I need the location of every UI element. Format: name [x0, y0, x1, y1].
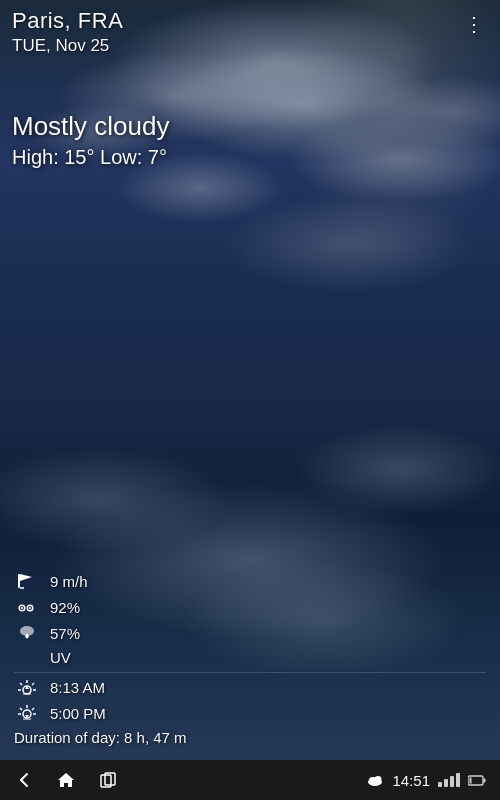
top-bar: Paris, FRA TUE, Nov 25 ⋮ — [0, 0, 500, 56]
status-right: 14:51 — [366, 772, 486, 789]
location-info: Paris, FRA TUE, Nov 25 — [12, 8, 123, 56]
svg-point-30 — [375, 776, 382, 782]
weather-description: Mostly cloudy High: 15° Low: 7° — [0, 56, 500, 169]
svg-line-13 — [32, 683, 34, 685]
svg-marker-1 — [20, 574, 32, 581]
sunset-icon — [14, 703, 40, 723]
sunrise-row: 8:13 AM — [14, 677, 486, 697]
day-duration-value: Duration of day: 8 h, 47 m — [14, 729, 187, 746]
humidity-value: 92% — [50, 599, 80, 616]
menu-icon[interactable]: ⋮ — [460, 8, 488, 40]
precipitation-value: 57% — [50, 625, 80, 642]
uv-value: UV — [50, 649, 71, 666]
separator — [14, 672, 486, 673]
humidity-icon — [14, 597, 40, 617]
back-button[interactable] — [14, 770, 34, 790]
day-duration-row: Duration of day: 8 h, 47 m — [14, 729, 486, 746]
svg-point-8 — [29, 607, 31, 609]
wind-row: 9 m/h — [14, 571, 486, 591]
svg-line-12 — [20, 683, 22, 685]
city-name: Paris, FRA — [12, 8, 123, 34]
sunrise-value: 8:13 AM — [50, 679, 105, 696]
temp-range: High: 15° Low: 7° — [12, 146, 488, 169]
svg-rect-33 — [470, 777, 472, 783]
clock: 14:51 — [392, 772, 430, 789]
precipitation-icon — [14, 623, 40, 643]
condition-text: Mostly cloudy — [12, 111, 488, 142]
sunrise-icon — [14, 677, 40, 697]
svg-point-7 — [21, 607, 23, 609]
svg-rect-32 — [484, 778, 486, 782]
wind-value: 9 m/h — [50, 573, 88, 590]
sunset-value: 5:00 PM — [50, 705, 106, 722]
main-content: Paris, FRA TUE, Nov 25 ⋮ Mostly cloudy H… — [0, 0, 500, 800]
nav-buttons — [14, 770, 118, 790]
uv-row: UV — [14, 649, 486, 666]
spacer — [0, 169, 500, 571]
svg-line-20 — [20, 708, 22, 710]
status-cloud-icon — [366, 773, 384, 787]
humidity-row: 92% — [14, 597, 486, 617]
precipitation-row: 57% — [14, 623, 486, 643]
signal-icon — [438, 773, 460, 787]
status-bar: 14:51 — [0, 760, 500, 800]
sunset-row: 5:00 PM — [14, 703, 486, 723]
weather-details: 9 m/h 92% — [0, 571, 500, 760]
recents-button[interactable] — [98, 770, 118, 790]
date-info: TUE, Nov 25 — [12, 36, 123, 56]
wind-icon — [14, 571, 40, 591]
home-button[interactable] — [56, 770, 76, 790]
battery-icon — [468, 775, 486, 786]
svg-rect-0 — [18, 574, 20, 588]
svg-line-21 — [32, 708, 34, 710]
